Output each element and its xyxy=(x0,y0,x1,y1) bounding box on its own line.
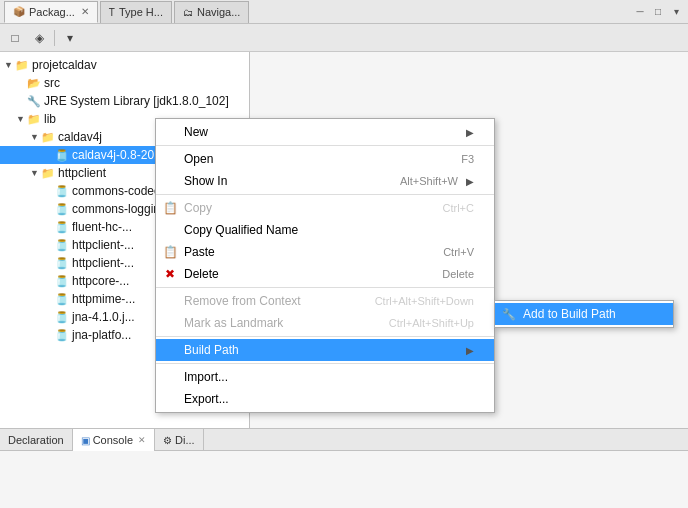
typeh-icon: T xyxy=(109,7,115,18)
tab-typeh[interactable]: T Type H... xyxy=(100,1,172,23)
copy-icon: 📋 xyxy=(162,200,178,216)
add-to-build-path-label: Add to Build Path xyxy=(523,307,616,321)
tab-bar: 📦 Packag... ✕ T Type H... 🗂 Naviga... ─ … xyxy=(0,0,688,24)
root-label: projetcaldav xyxy=(32,58,97,72)
copy-shortcut: Ctrl+C xyxy=(443,202,474,214)
open-shortcut: F3 xyxy=(461,153,474,165)
show-in-icon xyxy=(162,173,178,189)
src-icon: 📂 xyxy=(26,75,42,91)
maximize-btn[interactable]: □ xyxy=(650,4,666,20)
menu-paste-label: Paste xyxy=(184,245,423,259)
minimize-btn[interactable]: ─ xyxy=(632,4,648,20)
ide-window: 📦 Packag... ✕ T Type H... 🗂 Naviga... ─ … xyxy=(0,0,688,508)
console-close[interactable]: ✕ xyxy=(138,435,146,445)
caldav4j-label: caldav4j xyxy=(58,130,102,144)
menu-copy-qualified-label: Copy Qualified Name xyxy=(184,223,474,237)
menu-item-delete[interactable]: ✖ Delete Delete xyxy=(156,263,494,285)
tab-naviga-label: Naviga... xyxy=(197,6,240,18)
build-path-icon xyxy=(162,342,178,358)
console-icon: ▣ xyxy=(81,435,90,446)
menu-new-label: New xyxy=(184,125,458,139)
jre-icon: 🔧 xyxy=(26,93,42,109)
httpclient1-label: httpclient-... xyxy=(72,238,134,252)
caldav4j-icon: 📁 xyxy=(40,129,56,145)
sep-2 xyxy=(156,194,494,195)
mark-landmark-icon xyxy=(162,315,178,331)
menu-open-label: Open xyxy=(184,152,441,166)
menu-item-open[interactable]: Open F3 xyxy=(156,148,494,170)
jna-icon: 🫙 xyxy=(54,309,70,325)
delete-shortcut: Delete xyxy=(442,268,474,280)
menu-mark-landmark-label: Mark as Landmark xyxy=(184,316,369,330)
chevron-down-btn[interactable]: ▾ xyxy=(668,4,684,20)
lib-label: lib xyxy=(44,112,56,126)
menu-item-remove-context[interactable]: Remove from Context Ctrl+Alt+Shift+Down xyxy=(156,290,494,312)
bottom-tab-bar: Declaration ▣ Console ✕ ⚙ Di... xyxy=(0,429,688,451)
jna-platform-icon: 🫙 xyxy=(54,327,70,343)
tab-package-close[interactable]: ✕ xyxy=(81,6,89,17)
paste-shortcut: Ctrl+V xyxy=(443,246,474,258)
menu-item-export[interactable]: Export... xyxy=(156,388,494,410)
bottom-panel: Declaration ▣ Console ✕ ⚙ Di... xyxy=(0,428,688,508)
remove-context-shortcut: Ctrl+Alt+Shift+Down xyxy=(375,295,474,307)
httpcore-icon: 🫙 xyxy=(54,273,70,289)
project-icon: 📁 xyxy=(14,57,30,73)
tab-di[interactable]: ⚙ Di... xyxy=(155,429,204,451)
tab-declaration[interactable]: Declaration xyxy=(0,429,73,451)
copy-qualified-icon xyxy=(162,222,178,238)
toolbar: □ ◈ ▾ xyxy=(0,24,688,52)
arrow-root: ▼ xyxy=(4,60,14,70)
arrow-lib: ▼ xyxy=(16,114,26,124)
httpcore-label: httpcore-... xyxy=(72,274,129,288)
tree-item-root[interactable]: ▼ 📁 projetcaldav xyxy=(0,56,249,74)
tab-controls: ─ □ ▾ xyxy=(632,4,684,20)
tab-package-label: Packag... xyxy=(29,6,75,18)
collapse-all-btn[interactable]: □ xyxy=(4,27,26,49)
menu-item-new[interactable]: New ▶ xyxy=(156,121,494,143)
menu-copy-label: Copy xyxy=(184,201,423,215)
tab-console[interactable]: ▣ Console ✕ xyxy=(73,429,155,451)
view-menu-btn[interactable]: ▾ xyxy=(59,27,81,49)
sep-1 xyxy=(156,145,494,146)
import-icon xyxy=(162,369,178,385)
commons-logging-icon: 🫙 xyxy=(54,201,70,217)
sep-5 xyxy=(156,363,494,364)
submenu-item-add-to-build-path[interactable]: 🔧 Add to Build Path xyxy=(495,303,673,325)
toolbar-separator xyxy=(54,30,55,46)
httpmime-icon: 🫙 xyxy=(54,291,70,307)
menu-build-path-label: Build Path xyxy=(184,343,458,357)
sep-4 xyxy=(156,336,494,337)
arrow-caldav4j: ▼ xyxy=(30,132,40,142)
remove-context-icon xyxy=(162,293,178,309)
menu-import-label: Import... xyxy=(184,370,474,384)
menu-item-mark-landmark[interactable]: Mark as Landmark Ctrl+Alt+Shift+Up xyxy=(156,312,494,334)
tree-item-jre[interactable]: 🔧 JRE System Library [jdk1.8.0_102] xyxy=(0,92,249,110)
menu-remove-context-label: Remove from Context xyxy=(184,294,355,308)
paste-icon: 📋 xyxy=(162,244,178,260)
declaration-label: Declaration xyxy=(8,434,64,446)
new-icon xyxy=(162,124,178,140)
console-label: Console xyxy=(93,434,133,446)
build-path-submenu: 🔧 Add to Build Path xyxy=(494,300,674,328)
di-icon: ⚙ xyxy=(163,435,172,446)
build-path-arrow: ▶ xyxy=(466,345,474,356)
tree-item-src[interactable]: 📂 src xyxy=(0,74,249,92)
menu-item-copy-qualified[interactable]: Copy Qualified Name xyxy=(156,219,494,241)
mark-landmark-shortcut: Ctrl+Alt+Shift+Up xyxy=(389,317,474,329)
menu-show-in-label: Show In xyxy=(184,174,380,188)
menu-item-paste[interactable]: 📋 Paste Ctrl+V xyxy=(156,241,494,263)
lib-icon: 📁 xyxy=(26,111,42,127)
menu-item-copy[interactable]: 📋 Copy Ctrl+C xyxy=(156,197,494,219)
di-label: Di... xyxy=(175,434,195,446)
tab-package[interactable]: 📦 Packag... ✕ xyxy=(4,1,98,23)
package-icon: 📦 xyxy=(13,6,25,17)
jna-label: jna-4.1.0.j... xyxy=(72,310,135,324)
link-editor-btn[interactable]: ◈ xyxy=(28,27,50,49)
menu-delete-label: Delete xyxy=(184,267,422,281)
tab-naviga[interactable]: 🗂 Naviga... xyxy=(174,1,249,23)
menu-item-build-path[interactable]: Build Path ▶ xyxy=(156,339,494,361)
menu-export-label: Export... xyxy=(184,392,474,406)
menu-item-import[interactable]: Import... xyxy=(156,366,494,388)
menu-item-show-in[interactable]: Show In Alt+Shift+W ▶ xyxy=(156,170,494,192)
sep-3 xyxy=(156,287,494,288)
